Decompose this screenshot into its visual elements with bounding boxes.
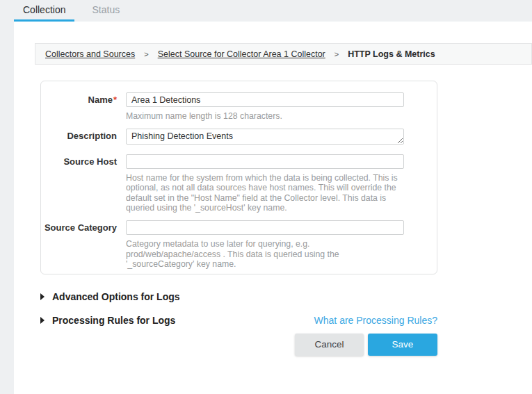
tab-collection-label: Collection <box>23 4 65 15</box>
section-processing-rules-for-logs[interactable]: Processing Rules for Logs <box>40 315 175 326</box>
description-field-row: Description Phishing Detection Events <box>41 129 437 147</box>
name-label: Name* <box>41 92 117 122</box>
breadcrumb-separator: > <box>334 50 339 58</box>
description-label: Description <box>41 129 117 147</box>
source-category-helper-text: Category metadata to use later for query… <box>126 239 404 270</box>
required-asterisk: * <box>113 95 117 105</box>
action-buttons-row: Cancel Save <box>40 334 437 356</box>
name-helper-text: Maximum name length is 128 characters. <box>126 111 404 122</box>
tab-status[interactable]: Status <box>83 0 129 22</box>
source-category-input[interactable] <box>126 220 404 235</box>
breadcrumb-separator: > <box>144 50 148 58</box>
save-button[interactable]: Save <box>368 334 437 356</box>
source-category-label: Source Category <box>41 220 117 270</box>
breadcrumb: Collectors and Sources > Select Source f… <box>35 43 532 65</box>
source-host-field-row: Source Host Host name for the system fro… <box>41 154 437 213</box>
breadcrumb-link-collectors-and-sources[interactable]: Collectors and Sources <box>45 49 135 59</box>
name-label-text: Name <box>88 95 113 105</box>
source-category-field-row: Source Category Category metadata to use… <box>41 220 437 270</box>
tab-status-label: Status <box>92 4 120 15</box>
expand-arrow-icon <box>40 317 45 324</box>
breadcrumb-current-http-logs-metrics: HTTP Logs & Metrics <box>348 49 435 59</box>
source-config-card: Name* Maximum name length is 128 charact… <box>40 81 437 274</box>
cancel-button[interactable]: Cancel <box>295 334 364 356</box>
what-are-processing-rules-link[interactable]: What are Processing Rules? <box>314 315 437 326</box>
content-panel: Collectors and Sources > Select Source f… <box>14 22 532 394</box>
name-field-row: Name* Maximum name length is 128 charact… <box>41 92 437 122</box>
processing-rules-label: Processing Rules for Logs <box>52 315 175 326</box>
source-host-input[interactable] <box>126 154 404 169</box>
tab-collection[interactable]: Collection <box>14 0 74 22</box>
name-input[interactable] <box>126 92 404 107</box>
source-host-helper-text: Host name for the system from which the … <box>126 173 404 213</box>
source-host-label: Source Host <box>41 154 117 213</box>
advanced-options-label: Advanced Options for Logs <box>52 291 180 302</box>
expand-arrow-icon <box>40 293 45 300</box>
section-advanced-options-for-logs[interactable]: Advanced Options for Logs <box>40 291 437 302</box>
description-textarea[interactable]: Phishing Detection Events <box>126 129 404 145</box>
breadcrumb-link-select-source[interactable]: Select Source for Collector Area 1 Colle… <box>158 49 325 59</box>
tab-bar: Collection Status <box>0 0 532 22</box>
